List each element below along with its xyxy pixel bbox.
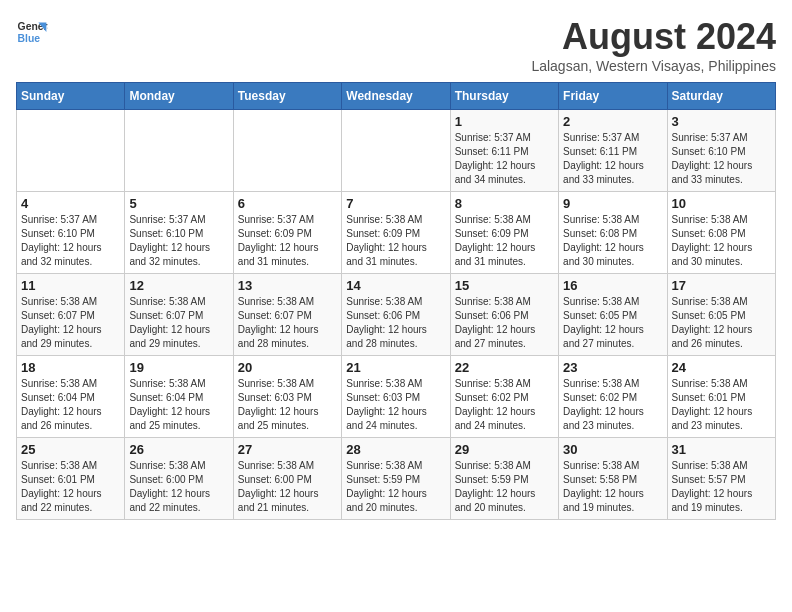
calendar-cell: 5Sunrise: 5:37 AM Sunset: 6:10 PM Daylig… bbox=[125, 192, 233, 274]
calendar-cell bbox=[125, 110, 233, 192]
week-row-4: 18Sunrise: 5:38 AM Sunset: 6:04 PM Dayli… bbox=[17, 356, 776, 438]
calendar-cell: 24Sunrise: 5:38 AM Sunset: 6:01 PM Dayli… bbox=[667, 356, 775, 438]
calendar-cell: 26Sunrise: 5:38 AM Sunset: 6:00 PM Dayli… bbox=[125, 438, 233, 520]
day-number: 23 bbox=[563, 360, 662, 375]
day-number: 1 bbox=[455, 114, 554, 129]
day-info: Sunrise: 5:38 AM Sunset: 6:02 PM Dayligh… bbox=[455, 377, 554, 433]
day-number: 5 bbox=[129, 196, 228, 211]
day-number: 6 bbox=[238, 196, 337, 211]
day-number: 24 bbox=[672, 360, 771, 375]
day-info: Sunrise: 5:37 AM Sunset: 6:10 PM Dayligh… bbox=[129, 213, 228, 269]
day-header-wednesday: Wednesday bbox=[342, 83, 450, 110]
day-number: 29 bbox=[455, 442, 554, 457]
day-info: Sunrise: 5:38 AM Sunset: 6:08 PM Dayligh… bbox=[563, 213, 662, 269]
day-number: 14 bbox=[346, 278, 445, 293]
calendar-cell bbox=[342, 110, 450, 192]
calendar-cell bbox=[233, 110, 341, 192]
calendar-cell: 15Sunrise: 5:38 AM Sunset: 6:06 PM Dayli… bbox=[450, 274, 558, 356]
calendar-cell: 8Sunrise: 5:38 AM Sunset: 6:09 PM Daylig… bbox=[450, 192, 558, 274]
calendar-cell: 23Sunrise: 5:38 AM Sunset: 6:02 PM Dayli… bbox=[559, 356, 667, 438]
calendar-cell: 7Sunrise: 5:38 AM Sunset: 6:09 PM Daylig… bbox=[342, 192, 450, 274]
week-row-2: 4Sunrise: 5:37 AM Sunset: 6:10 PM Daylig… bbox=[17, 192, 776, 274]
day-number: 2 bbox=[563, 114, 662, 129]
day-info: Sunrise: 5:38 AM Sunset: 6:03 PM Dayligh… bbox=[238, 377, 337, 433]
day-info: Sunrise: 5:38 AM Sunset: 6:04 PM Dayligh… bbox=[129, 377, 228, 433]
day-header-saturday: Saturday bbox=[667, 83, 775, 110]
logo-icon: General Blue bbox=[16, 16, 48, 48]
day-number: 13 bbox=[238, 278, 337, 293]
day-info: Sunrise: 5:37 AM Sunset: 6:11 PM Dayligh… bbox=[455, 131, 554, 187]
day-info: Sunrise: 5:38 AM Sunset: 6:03 PM Dayligh… bbox=[346, 377, 445, 433]
day-number: 15 bbox=[455, 278, 554, 293]
calendar-body: 1Sunrise: 5:37 AM Sunset: 6:11 PM Daylig… bbox=[17, 110, 776, 520]
day-info: Sunrise: 5:38 AM Sunset: 6:07 PM Dayligh… bbox=[238, 295, 337, 351]
week-row-1: 1Sunrise: 5:37 AM Sunset: 6:11 PM Daylig… bbox=[17, 110, 776, 192]
calendar-cell: 16Sunrise: 5:38 AM Sunset: 6:05 PM Dayli… bbox=[559, 274, 667, 356]
day-info: Sunrise: 5:38 AM Sunset: 6:06 PM Dayligh… bbox=[346, 295, 445, 351]
calendar-cell: 13Sunrise: 5:38 AM Sunset: 6:07 PM Dayli… bbox=[233, 274, 341, 356]
day-number: 17 bbox=[672, 278, 771, 293]
day-info: Sunrise: 5:38 AM Sunset: 6:08 PM Dayligh… bbox=[672, 213, 771, 269]
calendar-cell: 1Sunrise: 5:37 AM Sunset: 6:11 PM Daylig… bbox=[450, 110, 558, 192]
day-info: Sunrise: 5:37 AM Sunset: 6:10 PM Dayligh… bbox=[21, 213, 120, 269]
day-info: Sunrise: 5:38 AM Sunset: 6:06 PM Dayligh… bbox=[455, 295, 554, 351]
day-info: Sunrise: 5:38 AM Sunset: 6:01 PM Dayligh… bbox=[21, 459, 120, 515]
day-info: Sunrise: 5:38 AM Sunset: 6:07 PM Dayligh… bbox=[129, 295, 228, 351]
calendar-cell: 27Sunrise: 5:38 AM Sunset: 6:00 PM Dayli… bbox=[233, 438, 341, 520]
day-info: Sunrise: 5:37 AM Sunset: 6:11 PM Dayligh… bbox=[563, 131, 662, 187]
month-year: August 2024 bbox=[531, 16, 776, 58]
day-header-sunday: Sunday bbox=[17, 83, 125, 110]
calendar-cell: 12Sunrise: 5:38 AM Sunset: 6:07 PM Dayli… bbox=[125, 274, 233, 356]
svg-text:Blue: Blue bbox=[18, 33, 41, 44]
day-number: 7 bbox=[346, 196, 445, 211]
day-info: Sunrise: 5:38 AM Sunset: 5:59 PM Dayligh… bbox=[346, 459, 445, 515]
calendar-cell: 31Sunrise: 5:38 AM Sunset: 5:57 PM Dayli… bbox=[667, 438, 775, 520]
calendar-cell: 18Sunrise: 5:38 AM Sunset: 6:04 PM Dayli… bbox=[17, 356, 125, 438]
calendar-cell: 6Sunrise: 5:37 AM Sunset: 6:09 PM Daylig… bbox=[233, 192, 341, 274]
day-info: Sunrise: 5:38 AM Sunset: 6:02 PM Dayligh… bbox=[563, 377, 662, 433]
day-number: 8 bbox=[455, 196, 554, 211]
day-number: 11 bbox=[21, 278, 120, 293]
day-info: Sunrise: 5:38 AM Sunset: 6:04 PM Dayligh… bbox=[21, 377, 120, 433]
week-row-5: 25Sunrise: 5:38 AM Sunset: 6:01 PM Dayli… bbox=[17, 438, 776, 520]
title-block: August 2024 Lalagsan, Western Visayas, P… bbox=[531, 16, 776, 74]
calendar-cell: 22Sunrise: 5:38 AM Sunset: 6:02 PM Dayli… bbox=[450, 356, 558, 438]
calendar-cell: 10Sunrise: 5:38 AM Sunset: 6:08 PM Dayli… bbox=[667, 192, 775, 274]
calendar-cell: 28Sunrise: 5:38 AM Sunset: 5:59 PM Dayli… bbox=[342, 438, 450, 520]
week-row-3: 11Sunrise: 5:38 AM Sunset: 6:07 PM Dayli… bbox=[17, 274, 776, 356]
day-info: Sunrise: 5:38 AM Sunset: 6:00 PM Dayligh… bbox=[129, 459, 228, 515]
day-info: Sunrise: 5:38 AM Sunset: 5:59 PM Dayligh… bbox=[455, 459, 554, 515]
day-number: 26 bbox=[129, 442, 228, 457]
day-info: Sunrise: 5:38 AM Sunset: 5:57 PM Dayligh… bbox=[672, 459, 771, 515]
day-info: Sunrise: 5:37 AM Sunset: 6:10 PM Dayligh… bbox=[672, 131, 771, 187]
calendar-cell: 19Sunrise: 5:38 AM Sunset: 6:04 PM Dayli… bbox=[125, 356, 233, 438]
calendar-cell: 29Sunrise: 5:38 AM Sunset: 5:59 PM Dayli… bbox=[450, 438, 558, 520]
calendar-cell: 17Sunrise: 5:38 AM Sunset: 6:05 PM Dayli… bbox=[667, 274, 775, 356]
calendar-cell: 4Sunrise: 5:37 AM Sunset: 6:10 PM Daylig… bbox=[17, 192, 125, 274]
calendar-cell: 2Sunrise: 5:37 AM Sunset: 6:11 PM Daylig… bbox=[559, 110, 667, 192]
day-number: 16 bbox=[563, 278, 662, 293]
day-info: Sunrise: 5:38 AM Sunset: 6:05 PM Dayligh… bbox=[672, 295, 771, 351]
day-number: 9 bbox=[563, 196, 662, 211]
day-number: 25 bbox=[21, 442, 120, 457]
day-number: 18 bbox=[21, 360, 120, 375]
location: Lalagsan, Western Visayas, Philippines bbox=[531, 58, 776, 74]
day-info: Sunrise: 5:38 AM Sunset: 5:58 PM Dayligh… bbox=[563, 459, 662, 515]
calendar-cell: 30Sunrise: 5:38 AM Sunset: 5:58 PM Dayli… bbox=[559, 438, 667, 520]
day-number: 3 bbox=[672, 114, 771, 129]
calendar-cell: 21Sunrise: 5:38 AM Sunset: 6:03 PM Dayli… bbox=[342, 356, 450, 438]
day-info: Sunrise: 5:38 AM Sunset: 6:09 PM Dayligh… bbox=[455, 213, 554, 269]
calendar-cell: 9Sunrise: 5:38 AM Sunset: 6:08 PM Daylig… bbox=[559, 192, 667, 274]
calendar-table: SundayMondayTuesdayWednesdayThursdayFrid… bbox=[16, 82, 776, 520]
day-header-tuesday: Tuesday bbox=[233, 83, 341, 110]
day-info: Sunrise: 5:37 AM Sunset: 6:09 PM Dayligh… bbox=[238, 213, 337, 269]
calendar-cell bbox=[17, 110, 125, 192]
calendar-cell: 11Sunrise: 5:38 AM Sunset: 6:07 PM Dayli… bbox=[17, 274, 125, 356]
day-header-friday: Friday bbox=[559, 83, 667, 110]
day-info: Sunrise: 5:38 AM Sunset: 6:01 PM Dayligh… bbox=[672, 377, 771, 433]
day-info: Sunrise: 5:38 AM Sunset: 6:05 PM Dayligh… bbox=[563, 295, 662, 351]
day-number: 4 bbox=[21, 196, 120, 211]
page-header: General Blue August 2024 Lalagsan, Weste… bbox=[16, 16, 776, 74]
day-number: 20 bbox=[238, 360, 337, 375]
day-number: 10 bbox=[672, 196, 771, 211]
